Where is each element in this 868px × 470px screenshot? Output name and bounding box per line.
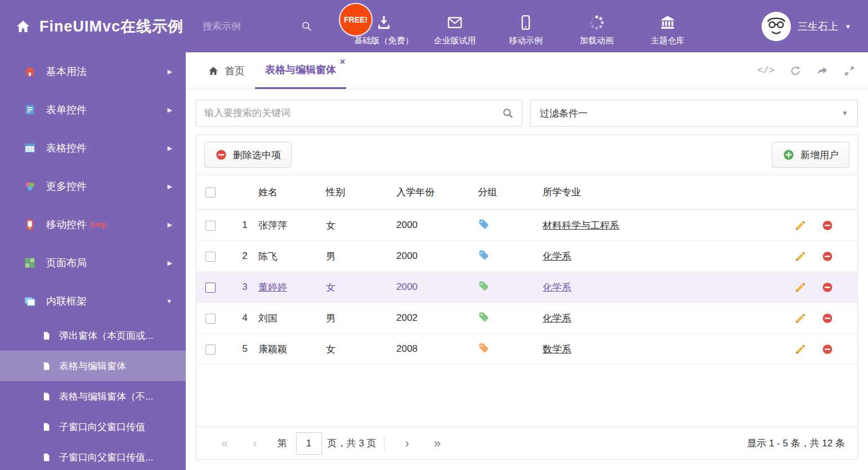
user-name: 三生石上 [798,20,838,33]
keyword-search-box [196,100,522,127]
row-checkbox[interactable] [205,221,216,231]
avatar [762,12,791,41]
major-link[interactable]: 化学系 [543,251,571,262]
expand-icon[interactable] [843,65,856,77]
sidebar-item-grid-controls[interactable]: 表格控件 ▶ [0,129,186,167]
row-checkbox[interactable] [205,283,216,293]
cell-name: 刘国 [258,312,326,325]
nav-item-mobile-demo[interactable]: 移动示例 [494,6,557,46]
free-badge: FREE! [340,4,372,35]
close-icon[interactable]: × [340,57,345,66]
cell-year: 2000 [396,281,478,293]
nav-item-loading-animation[interactable]: 加载动画 [565,6,628,46]
major-link[interactable]: 材料科学与工程系 [543,220,619,231]
share-icon[interactable] [816,65,829,77]
sidebar-item-more-controls[interactable]: 更多控件 ▶ [0,167,186,205]
sidebar-subitem-child-to-parent-alt[interactable]: 子窗口向父窗口传值... [0,442,186,470]
edit-pencil-icon[interactable] [794,312,807,324]
delete-row-icon[interactable] [821,220,834,231]
sidebar-item-basic-usage[interactable]: 基本用法 ▶ [0,52,186,91]
file-icon [42,452,51,463]
home-icon[interactable] [15,19,32,34]
major-link[interactable]: 化学系 [543,282,571,293]
refresh-icon[interactable] [789,65,802,77]
first-page-button[interactable]: « [209,437,240,450]
add-user-button[interactable]: 新增用户 [772,142,849,168]
pagination-bar: « ‹ 第 页，共 3 页 › » 显示 1 - 5 条，共 12 条 [196,427,857,459]
record-summary: 显示 1 - 5 条，共 12 条 [747,437,845,450]
edit-pencil-icon[interactable] [794,250,807,262]
header-search [203,20,321,32]
top-header: FineUIMvc在线示例 FREE! 基础版（免费） 企业版试用 移动示例 加… [0,0,868,52]
tab-grid-edit-window[interactable]: 表格与编辑窗体 × [255,52,346,89]
page-prefix-label: 第 [278,437,287,450]
layout-icon [24,257,36,269]
file-icon [42,361,51,371]
row-checkbox[interactable] [205,344,216,355]
keyword-search-input[interactable] [204,108,502,119]
sidebar-item-form-controls[interactable]: 表单控件 ▶ [0,91,186,129]
sidebar-item-iframe[interactable]: 内联框架 ▼ [0,282,186,320]
delete-selected-button[interactable]: 删除选中项 [204,142,292,168]
header-search-input[interactable] [203,21,293,32]
prev-page-button[interactable]: ‹ [240,437,269,450]
sidebar-subitem-grid-edit-window-alt[interactable]: 表格与编辑窗体（不... [0,381,186,411]
row-checkbox[interactable] [205,314,216,324]
table-row-selected[interactable]: 3 董婷婷 女 2000 化学系 [196,272,857,303]
tab-bar: 首页 表格与编辑窗体 × </> [186,52,868,89]
next-page-button[interactable]: › [392,437,421,450]
sidebar-item-mobile-controls[interactable]: 移动控件 Corp. ▶ [0,205,186,244]
sidebar-item-page-layout[interactable]: 页面布局 ▶ [0,244,186,282]
delete-row-icon[interactable] [821,250,834,262]
row-number: 4 [231,312,258,324]
nav-item-enterprise-trial[interactable]: 企业版试用 [423,6,486,46]
corp-badge: Corp. [90,221,108,229]
table-row[interactable]: 4 刘国 男 2002 化学系 [196,303,857,334]
table-row[interactable]: 5 康颖颖 女 2008 数学系 [196,334,857,365]
tab-home[interactable]: 首页 [197,52,255,89]
sidebar-subitem-grid-edit-window[interactable]: 表格与编辑窗体 [0,351,186,381]
file-icon [42,391,51,402]
nav-item-theme-repo[interactable]: 主题仓库 [636,6,699,46]
page-number-input[interactable] [296,432,322,455]
filter-dropdown-value: 过滤条件一 [540,107,588,120]
select-all-checkbox[interactable] [205,187,216,198]
page-suffix-label: 页，共 3 页 [328,437,377,450]
pager-divider [384,436,384,451]
main-area: 首页 表格与编辑窗体 × </> 过滤条件一 ▼ [186,52,868,470]
delete-row-icon[interactable] [821,312,834,324]
user-menu[interactable]: 三生石上 ▼ [762,12,868,41]
table-row[interactable]: 1 张萍萍 女 2000 材料科学与工程系 [196,210,857,241]
brand: FineUIMvc在线示例 [0,16,184,37]
code-icon[interactable]: </> [757,65,775,76]
tag-icon [478,280,489,292]
delete-row-icon[interactable] [821,281,834,293]
edit-pencil-icon[interactable] [794,343,807,355]
filter-dropdown[interactable]: 过滤条件一 ▼ [530,100,858,127]
form-icon [24,104,36,116]
flower-icon [24,180,36,193]
last-page-button[interactable]: » [422,437,453,450]
sidebar-subitem-popup-window[interactable]: 弹出窗体（本页面或... [0,320,186,351]
sidebar-subitem-child-to-parent[interactable]: 子窗口向父窗口传值 [0,411,186,442]
major-link[interactable]: 化学系 [543,313,571,324]
nav-item-basic-edition[interactable]: FREE! 基础版（免费） [352,6,415,46]
spinner-icon [588,14,605,31]
search-icon[interactable] [301,20,312,32]
edit-pencil-icon[interactable] [794,220,807,231]
major-link[interactable]: 数学系 [543,344,571,355]
row-checkbox[interactable] [205,252,216,262]
home-icon [207,65,220,77]
tab-tools: </> [757,52,856,89]
search-icon[interactable] [502,107,514,119]
chevron-right-icon: ▶ [168,183,172,190]
column-header-name: 姓名 [258,186,326,199]
tag-icon [478,218,489,230]
tag-icon [478,342,489,353]
edit-pencil-icon[interactable] [794,281,807,293]
bank-icon [659,14,676,31]
cell-year: 2000 [396,220,478,231]
table-row[interactable]: 2 陈飞 男 2000 化学系 [196,241,857,272]
frames-icon [24,295,36,307]
delete-row-icon[interactable] [821,343,834,355]
